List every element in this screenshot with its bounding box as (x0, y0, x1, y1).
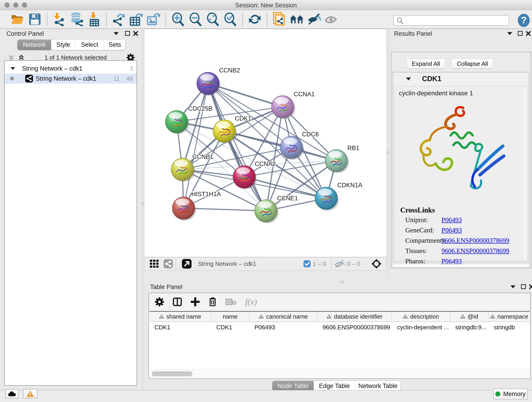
table-options-gear-icon[interactable] (155, 297, 164, 306)
open-session-button[interactable] (10, 12, 25, 26)
column-header-label: shared name (166, 313, 201, 320)
tab-node-table[interactable]: Node Table (272, 381, 314, 391)
results-horizontal-scrollbar[interactable] (393, 264, 529, 267)
vertical-splitter-left[interactable] (141, 29, 144, 390)
tab-network-table[interactable]: Network Table (355, 381, 400, 391)
protein-accordion: CDK1 cyclin-dependent kinase 1 (393, 72, 529, 262)
import-network-icon (53, 12, 66, 26)
tab-style[interactable]: Style (51, 40, 75, 50)
network-collection-row[interactable]: String Network – cdk1 1 (5, 64, 137, 74)
help-button[interactable]: ? (517, 13, 530, 27)
column-type-icon (259, 314, 264, 319)
protein-description: cyclin-dependent kinase 1 (399, 89, 473, 97)
accordion-collapse-icon[interactable] (406, 77, 411, 80)
panel-float-icon[interactable] (518, 31, 523, 36)
table-cell[interactable]: CDK1 (211, 322, 249, 332)
crosslink-value-link[interactable]: P06493 (442, 216, 462, 224)
tab-sets[interactable]: Sets (104, 40, 125, 50)
crosslink-value-link[interactable]: 9606.ENSP00000378699 (442, 237, 509, 244)
network-node-CDC6[interactable]: CDC6 (280, 131, 319, 160)
network-node-HIST1H1A[interactable]: HIST1H1A (172, 191, 221, 220)
panel-menu-icon[interactable] (114, 32, 119, 35)
column-header-canonical-name[interactable]: canonical name (249, 312, 317, 322)
network-node-CCNE1[interactable]: CCNE1 (255, 195, 298, 223)
export-image-button[interactable] (146, 12, 161, 26)
column-header-description[interactable]: description (392, 312, 450, 322)
panel-menu-icon[interactable] (510, 285, 515, 288)
network-node-RB1[interactable]: RB1 (325, 145, 360, 173)
hide-selected-button[interactable] (307, 12, 321, 26)
tab-select[interactable]: Select (75, 40, 104, 50)
import-string-network-button[interactable] (272, 12, 286, 26)
network-node-CCNB1[interactable]: CCNB1 (171, 153, 214, 182)
column-header-namespace[interactable]: namespace (489, 312, 530, 322)
network-canvas[interactable]: CCNB2CCNA1CDC25BCDK1CDC6RB1CCNB1CCNA2CDK… (144, 29, 387, 257)
network-share-icon[interactable] (164, 259, 173, 268)
scrollbar-thumb[interactable] (152, 371, 192, 376)
vertical-splitter-right[interactable] (387, 29, 389, 281)
tab-edge-table[interactable]: Edge Table (314, 381, 355, 391)
open-in-window-icon[interactable] (182, 259, 191, 269)
network-node-CDKN1A[interactable]: CDKN1A (315, 182, 362, 211)
import-network-database-button[interactable] (70, 12, 84, 26)
refresh-view-button[interactable] (248, 12, 262, 26)
delete-column-icon[interactable] (209, 297, 217, 307)
table-row[interactable]: CDK1CDK1P064939606.ENSP00000378699cyclin… (149, 322, 530, 332)
add-column-icon[interactable] (191, 297, 200, 306)
table-cell[interactable]: stringdb (489, 322, 530, 332)
collapse-all-icon[interactable] (8, 54, 15, 61)
export-network-button[interactable] (112, 12, 126, 26)
panel-float-icon[interactable] (125, 31, 130, 36)
results-vertical-scrollbar[interactable] (524, 87, 527, 260)
memory-button[interactable]: Memory (493, 389, 528, 400)
center-view-icon[interactable] (371, 258, 382, 269)
tab-network[interactable]: Network (17, 40, 51, 50)
table-horizontal-scrollbar[interactable] (149, 369, 530, 378)
expand-all-button[interactable]: Expand All (406, 59, 445, 69)
expand-all-icon[interactable] (18, 54, 25, 61)
panel-float-icon[interactable] (521, 284, 526, 289)
hidden-eye-icon[interactable] (334, 260, 345, 268)
network-selected-label: 1 of 1 Network selected (25, 54, 127, 61)
tree-expand-icon[interactable] (11, 67, 15, 70)
warnings-button[interactable] (23, 389, 38, 399)
zoom-in-button[interactable] (171, 12, 185, 26)
zoom-fit-button[interactable] (206, 12, 220, 26)
save-session-button[interactable] (28, 12, 42, 26)
panel-close-icon[interactable] (133, 31, 138, 36)
collapse-all-button[interactable]: Collapse All (451, 59, 494, 69)
column-header--id[interactable]: @id (450, 312, 489, 322)
panel-menu-icon[interactable] (507, 32, 512, 35)
network-edge-CCNB2-HIST1H1A[interactable] (184, 83, 208, 208)
network-node-CCNA1[interactable]: CCNA1 (272, 91, 315, 119)
column-header-database-identifier[interactable]: database identifier (317, 312, 392, 322)
selected-checkbox-icon[interactable] (304, 260, 310, 267)
search-input[interactable] (393, 15, 509, 26)
table-cell[interactable]: P06493 (249, 322, 317, 332)
crosslink-value-link[interactable]: 9606.ENSP00000378699 (442, 247, 509, 255)
export-table-button[interactable] (129, 12, 143, 26)
column-header-shared-name[interactable]: shared name (149, 312, 211, 322)
birds-eye-grid-icon[interactable] (149, 259, 159, 268)
crosslink-value-link[interactable]: P06493 (442, 226, 462, 234)
table-cell[interactable]: stringdb:9... (450, 322, 489, 332)
column-header-name[interactable]: name (211, 312, 249, 322)
network-node-CDK1[interactable]: CDK1 (213, 115, 251, 143)
splitter-handle[interactable] (340, 281, 344, 283)
panel-close-icon[interactable] (526, 31, 531, 36)
import-network-file-button[interactable] (52, 12, 66, 26)
table-cell[interactable]: 9606.ENSP00000378699 (317, 322, 392, 332)
cloud-status-button[interactable] (5, 389, 19, 399)
table-cell[interactable]: cyclin-dependent ... (392, 322, 450, 332)
show-columns-icon[interactable] (173, 297, 182, 306)
protein-structure-image (414, 101, 508, 200)
crosslink-label: Compartments: (405, 237, 446, 244)
panel-close-icon[interactable] (529, 284, 532, 289)
network-row-selected[interactable]: String Network – cdk1 11 48 (5, 74, 137, 84)
table-cell[interactable]: CDK1 (149, 322, 211, 332)
string-home-button[interactable] (290, 12, 304, 26)
show-hidden-button[interactable] (324, 12, 339, 26)
zoom-selected-button[interactable] (223, 12, 237, 26)
import-table-file-button[interactable] (87, 12, 101, 26)
zoom-out-button[interactable] (188, 12, 203, 26)
